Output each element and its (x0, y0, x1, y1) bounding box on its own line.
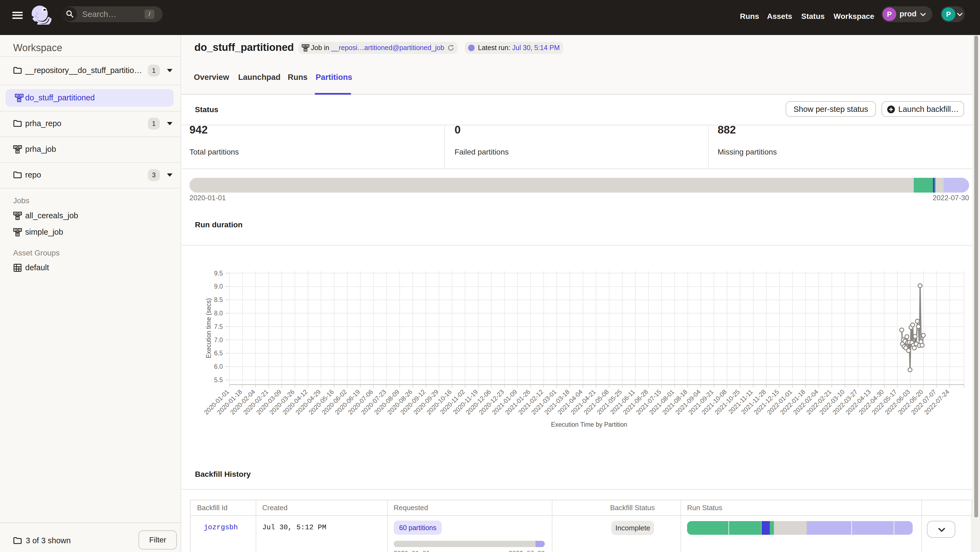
svg-text:8.5: 8.5 (214, 296, 223, 303)
svg-text:9.5: 9.5 (214, 270, 223, 277)
svg-text:9.0: 9.0 (214, 283, 223, 290)
svg-text:8.0: 8.0 (214, 310, 223, 317)
svg-text:7.0: 7.0 (214, 336, 223, 344)
svg-text:Execution Time by Partition: Execution Time by Partition (551, 421, 627, 428)
svg-text:Execution time (secs): Execution time (secs) (205, 298, 212, 358)
svg-text:7.5: 7.5 (214, 323, 223, 330)
svg-text:5.5: 5.5 (214, 376, 223, 384)
svg-text:6.5: 6.5 (214, 350, 223, 357)
svg-text:6.0: 6.0 (214, 363, 223, 370)
